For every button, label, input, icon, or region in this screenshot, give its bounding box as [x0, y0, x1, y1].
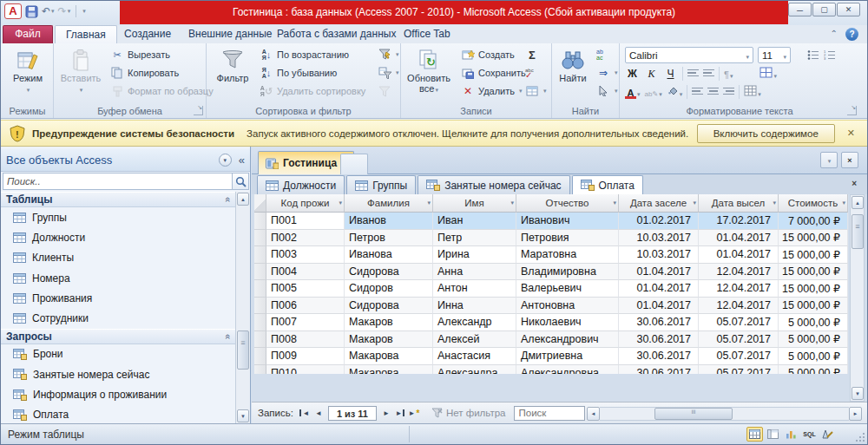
cell[interactable]: Александра	[433, 365, 516, 375]
maximize-button[interactable]	[812, 3, 836, 16]
cell[interactable]: 12.04.2017	[699, 264, 779, 281]
gridlines-button[interactable]	[760, 66, 777, 82]
cell[interactable]: Николаевич	[516, 314, 619, 331]
font-name-combo[interactable]: Calibri	[625, 47, 753, 63]
close-button[interactable]	[837, 3, 860, 16]
object-tab-Должности[interactable]: Должности	[257, 175, 345, 194]
italic-button[interactable]: К	[644, 68, 659, 81]
column-header-Стоимость[interactable]: Стоимость	[779, 194, 848, 213]
cell[interactable]: Анна	[433, 264, 516, 281]
cell[interactable]: Александровна	[516, 365, 619, 375]
cell[interactable]: 5 000,00 ₽	[779, 314, 848, 331]
column-header-Фамилия[interactable]: Фамилия	[345, 194, 433, 213]
cell[interactable]: Анастасия	[433, 348, 516, 365]
nav-item-Номера[interactable]: Номера	[1, 268, 236, 288]
minimize-button[interactable]	[788, 3, 812, 16]
cell[interactable]: Александрович	[516, 331, 619, 349]
close-all-tabs-icon[interactable]	[841, 152, 858, 168]
fill-color-button[interactable]	[667, 84, 683, 100]
cell[interactable]: Макарова	[345, 348, 433, 365]
align-right-button[interactable]	[723, 84, 734, 100]
nav-section-header[interactable]: Запросы«	[1, 329, 236, 344]
undo-button[interactable]: ↶	[42, 5, 55, 17]
goto-button[interactable]: ⇒	[594, 64, 621, 82]
cell[interactable]: Маратовна	[516, 246, 619, 264]
cell[interactable]: П002	[266, 230, 345, 247]
collapse-ribbon-icon[interactable]: ⌃	[831, 29, 838, 38]
cell[interactable]: П010	[266, 365, 345, 375]
cell[interactable]: Алексей	[433, 331, 516, 349]
nav-item-Клиенты[interactable]: Клиенты	[1, 248, 236, 268]
column-dropdown-icon[interactable]	[613, 200, 616, 206]
row-selector[interactable]	[254, 230, 266, 247]
hscroll-thumb[interactable]	[654, 408, 733, 420]
row-selector[interactable]	[254, 264, 266, 281]
nav-item-Сотрудники[interactable]: Сотрудники	[1, 308, 236, 328]
customize-qat-button[interactable]	[82, 8, 86, 15]
cell[interactable]: 30.06.2017	[619, 365, 699, 375]
tab-home[interactable]: Главная	[55, 25, 117, 43]
column-header-Отчество[interactable]: Отчество	[516, 194, 619, 213]
nav-item-Должности[interactable]: Должности	[1, 227, 236, 247]
column-header-Имя[interactable]: Имя	[433, 194, 516, 213]
nav-scrollbar[interactable]: ▲ ▼	[235, 192, 250, 423]
last-record-button[interactable]: ►	[393, 406, 407, 420]
cell[interactable]: 17.02.2017	[699, 213, 779, 230]
cell[interactable]: Сидорова	[345, 264, 433, 281]
cell[interactable]: 15 000,00 ₽	[779, 280, 848, 298]
access-app-icon[interactable]: A	[4, 3, 22, 19]
selection-filter-button[interactable]	[375, 46, 402, 63]
pivottable-view-icon[interactable]	[765, 427, 781, 442]
cell[interactable]: 15 000,00 ₽	[779, 264, 848, 281]
cell[interactable]: П009	[266, 348, 345, 365]
underline-button[interactable]: Ч	[663, 68, 678, 80]
nav-item-Проживания[interactable]: Проживания	[1, 288, 236, 308]
object-tab-Группы[interactable]: Группы	[346, 175, 416, 194]
cell[interactable]: 30.06.2017	[619, 314, 699, 331]
tab-file[interactable]: Файл	[3, 25, 53, 43]
security-warning-message[interactable]: Запуск активного содержимого отключен. Щ…	[247, 128, 688, 139]
row-selector[interactable]	[254, 365, 266, 375]
nav-scroll-thumb[interactable]	[237, 330, 249, 370]
column-header-Код прожи[interactable]: Код прожи	[266, 194, 345, 213]
vscroll-down-icon[interactable]: ▼	[852, 387, 864, 400]
cell[interactable]: П007	[266, 314, 345, 331]
save-button[interactable]	[25, 5, 38, 18]
hscroll-left-icon[interactable]: ◄	[587, 407, 600, 421]
nav-item-Брони[interactable]: Брони	[1, 344, 236, 364]
cell[interactable]: Петр	[433, 230, 516, 247]
text-direction-button[interactable]: ¶	[724, 66, 733, 82]
refresh-all-button[interactable]: ↻ Обновить все	[404, 45, 453, 102]
cell[interactable]: 05.07.2017	[699, 348, 779, 365]
cell[interactable]: П005	[266, 280, 345, 298]
sql-view-icon[interactable]: SQL	[801, 427, 818, 442]
cell[interactable]: П001	[266, 213, 345, 230]
cell[interactable]: Иванова	[345, 246, 433, 264]
help-icon[interactable]: ?	[845, 28, 858, 41]
cell[interactable]: 01.04.2017	[619, 264, 699, 281]
datasheet-vertical-scrollbar[interactable]: ▲ ▼	[850, 194, 865, 402]
row-selector[interactable]	[254, 331, 266, 349]
nav-item-Информация о проживании[interactable]: Информация о проживании	[1, 384, 236, 404]
view-button[interactable]: Режим	[5, 45, 50, 102]
hscroll-right-icon[interactable]: ►	[849, 407, 862, 421]
filter-button[interactable]: Фильтр	[210, 45, 255, 102]
clear-sort-button[interactable]: АЯ↺ Удалить сортировку	[257, 82, 368, 100]
cell[interactable]: Макаров	[345, 314, 433, 331]
cell[interactable]: 12.04.2017	[699, 298, 779, 315]
column-dropdown-icon[interactable]	[773, 200, 776, 206]
save-record-button[interactable]: Сохранить	[458, 64, 529, 82]
nav-item-Оплата[interactable]: Оплата	[1, 405, 236, 423]
sort-ascending-button[interactable]: АЯ↓ По возрастанию	[257, 46, 368, 63]
numbering-button[interactable]: 123	[824, 48, 836, 63]
cell[interactable]: П003	[266, 246, 345, 264]
spelling-button[interactable]: abc✓	[523, 64, 549, 82]
font-size-combo[interactable]: 11	[758, 47, 791, 63]
section-collapse-icon[interactable]: «	[223, 334, 233, 339]
bullets-button[interactable]	[807, 48, 819, 63]
cell[interactable]: 15 000,00 ₽	[779, 298, 848, 315]
cell[interactable]: Иванов	[345, 213, 433, 230]
format-painter-button[interactable]: Формат по образцу	[108, 82, 216, 100]
nav-pane-header[interactable]: Все объекты Access	[1, 149, 250, 172]
nav-scroll-down-icon[interactable]: ▼	[237, 409, 249, 422]
